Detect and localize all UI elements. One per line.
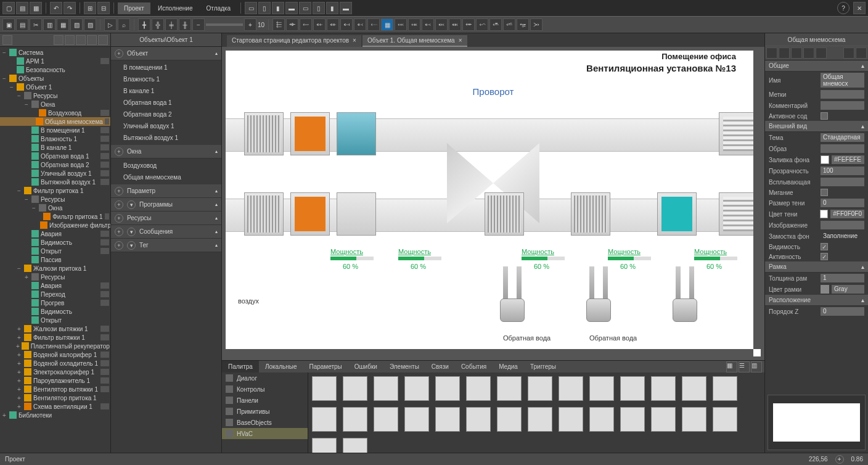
- device-filter-1[interactable]: [290, 112, 330, 155]
- tree-filter-icon[interactable]: [2, 35, 12, 45]
- tree-item[interactable]: −Ресурсы: [0, 195, 110, 204]
- palette-tab[interactable]: Локальные: [259, 361, 303, 372]
- tree-f2-icon[interactable]: [65, 35, 75, 45]
- tree-item[interactable]: −Объект 1: [0, 83, 110, 91]
- tool-dup-icon[interactable]: ▥: [43, 19, 55, 31]
- tool-del-icon[interactable]: ▦: [57, 19, 69, 31]
- al-right-icon[interactable]: ⬳: [300, 19, 312, 31]
- device-fan[interactable]: [337, 192, 376, 236]
- al-ord4-icon[interactable]: ⭁: [503, 19, 515, 31]
- palette-item[interactable]: [713, 407, 737, 432]
- tool-copy-icon[interactable]: ▣: [2, 19, 15, 31]
- align1-icon[interactable]: ▭: [245, 2, 257, 14]
- tree-item[interactable]: Переход: [0, 290, 110, 298]
- align3-icon[interactable]: ▮: [272, 2, 284, 14]
- palette-view-list-icon[interactable]: ☰: [739, 361, 750, 372]
- device-grille-2[interactable]: [244, 192, 284, 236]
- palette-item[interactable]: [343, 438, 367, 453]
- tool-grid3-icon[interactable]: ╪: [165, 19, 178, 31]
- palette-categories[interactable]: ДиалогКонтролыПанелиПримитивыBaseObjects…: [222, 372, 308, 453]
- palette-tab[interactable]: Элементы: [383, 361, 425, 372]
- prop-active-content[interactable]: [821, 112, 828, 120]
- palette-item[interactable]: [404, 376, 429, 401]
- palette-item[interactable]: [466, 376, 491, 401]
- prop-shadow-swatch[interactable]: [820, 210, 829, 218]
- tree-item[interactable]: Воздуховод: [0, 109, 110, 117]
- prop-popup[interactable]: [821, 178, 864, 186]
- palette-item[interactable]: [435, 407, 460, 432]
- palette-item[interactable]: [312, 407, 337, 432]
- palette-item[interactable]: [404, 407, 429, 432]
- device-heater-1[interactable]: [485, 192, 524, 236]
- undo-icon[interactable]: ↶: [50, 2, 62, 14]
- al-sp5-icon[interactable]: ⬽: [449, 19, 461, 31]
- accordion-item[interactable]: В помещении 1: [111, 62, 221, 73]
- palette-tab[interactable]: Медиа: [493, 361, 524, 372]
- palette-item[interactable]: [497, 407, 522, 432]
- device-cooler[interactable]: [337, 112, 376, 155]
- accordion-header[interactable]: +Параметр▴: [111, 184, 221, 198]
- tool-zoom-icon[interactable]: ⌕: [118, 19, 130, 31]
- tool-grid4-icon[interactable]: ╫: [179, 19, 191, 31]
- prop-tb6-icon[interactable]: [843, 47, 854, 59]
- device-filter-2[interactable]: [290, 192, 330, 236]
- tree-item[interactable]: +Водяной калорифер 1: [0, 350, 110, 359]
- tool-zoomout-icon[interactable]: −: [192, 19, 205, 31]
- palette-item[interactable]: [559, 376, 583, 401]
- tree-item[interactable]: Открыт: [0, 316, 110, 324]
- accordion-item[interactable]: Вытяжной воздух 1: [111, 132, 221, 144]
- al-ord5-icon[interactable]: ⭂: [517, 19, 529, 31]
- al-sp1-icon[interactable]: ⬹: [395, 19, 407, 31]
- al-distr1-icon[interactable]: ⬷: [354, 19, 366, 31]
- tree-item[interactable]: +Пластинчатый рекуператор 1: [0, 342, 110, 350]
- tab-close-icon[interactable]: ×: [353, 37, 356, 44]
- prop-blink[interactable]: [821, 189, 828, 196]
- tool-select-icon[interactable]: ▷: [104, 19, 117, 31]
- palette-category[interactable]: Диалог: [222, 372, 308, 384]
- palette-category[interactable]: HVaC: [222, 428, 308, 439]
- tree-item[interactable]: Влажность 1: [0, 134, 110, 143]
- palette-item[interactable]: [589, 376, 614, 401]
- pump-2[interactable]: [577, 266, 620, 322]
- tree-item[interactable]: +Вентилятор вытяжки 1: [0, 385, 110, 393]
- prop-zorder[interactable]: 0: [821, 307, 864, 316]
- tree-item[interactable]: +Схема вентиляции 1: [0, 402, 110, 411]
- prop-tb3-icon[interactable]: [791, 47, 802, 59]
- device-heater-2[interactable]: [571, 192, 610, 236]
- tree-item[interactable]: АРМ 1: [0, 57, 110, 65]
- palette-tab[interactable]: Триггеры: [524, 361, 562, 372]
- align2-icon[interactable]: ▯: [258, 2, 271, 14]
- device-coil-2[interactable]: [719, 112, 758, 155]
- palette-item[interactable]: [682, 407, 706, 432]
- tree-item[interactable]: +Электрокалорифер 1: [0, 368, 110, 376]
- tree-f4-icon[interactable]: [87, 35, 97, 45]
- tree-item[interactable]: Уличный воздух 1: [0, 169, 110, 178]
- tree-item[interactable]: −Фильтр притока 1: [0, 186, 110, 195]
- palette-item[interactable]: [312, 438, 337, 453]
- accordion-item[interactable]: Обратная вода 1: [111, 97, 221, 109]
- tree-item[interactable]: Изображение фильтра пр: [0, 221, 110, 229]
- prop-tb5-icon[interactable]: [816, 47, 827, 59]
- tree-item[interactable]: −Система: [0, 48, 110, 57]
- palette-item[interactable]: [651, 376, 676, 401]
- accordion-header[interactable]: +Окна▴: [111, 145, 221, 158]
- tree-item[interactable]: +Библиотеки: [0, 411, 110, 419]
- align6-icon[interactable]: ▯: [313, 2, 325, 14]
- tool-paste-icon[interactable]: ▤: [16, 19, 28, 31]
- palette-tab[interactable]: Параметры: [303, 361, 348, 372]
- minimap[interactable]: [768, 395, 866, 450]
- tree-item[interactable]: +Пароувлажнитель 1: [0, 376, 110, 385]
- palette-tab[interactable]: События: [455, 361, 493, 372]
- tree-item[interactable]: +Водяной охладитель 1: [0, 359, 110, 368]
- tree-item[interactable]: Фильтр притока 1: [0, 212, 110, 221]
- palette-category[interactable]: Контролы: [222, 384, 308, 395]
- prop-theme[interactable]: Стандартная: [821, 133, 864, 142]
- al-ord2-icon[interactable]: ⬿: [476, 19, 488, 31]
- accordion-header[interactable]: +▾Программы▴: [111, 198, 221, 212]
- palette-view-grid-icon[interactable]: ▦: [726, 361, 737, 372]
- editor-tab[interactable]: Объект 1. Общая мнемосхема×: [362, 35, 467, 47]
- palette-item[interactable]: [374, 376, 398, 401]
- tree-item[interactable]: +Вентилятор притока 1: [0, 393, 110, 402]
- menu-project[interactable]: Проект: [118, 2, 150, 14]
- section-frame[interactable]: Рамка▴: [765, 261, 868, 273]
